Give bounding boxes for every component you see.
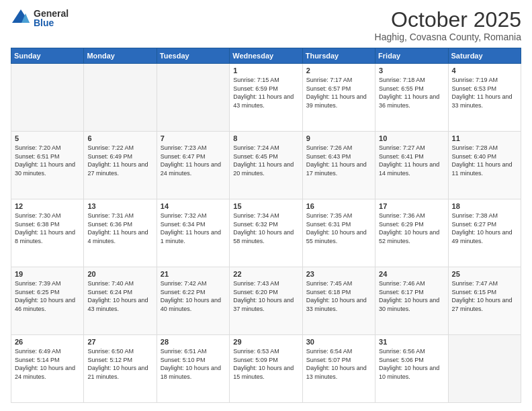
cell-w3-d3: 14Sunrise: 7:32 AMSunset: 6:34 PMDayligh…	[157, 199, 229, 267]
cell-w5-d3: 28Sunrise: 6:51 AMSunset: 5:10 PMDayligh…	[157, 335, 229, 403]
day-number-5: 5	[15, 134, 80, 142]
cell-w1-d1	[11, 64, 84, 132]
day-number-15: 15	[233, 202, 298, 210]
day-number-26: 26	[15, 338, 80, 346]
day-number-9: 9	[306, 134, 371, 142]
cell-w2-d3: 7Sunrise: 7:23 AMSunset: 6:47 PMDaylight…	[157, 132, 229, 199]
day-number-27: 27	[87, 338, 152, 346]
cell-w5-d1: 26Sunrise: 6:49 AMSunset: 5:14 PMDayligh…	[11, 335, 84, 403]
col-saturday: Saturday	[448, 48, 521, 64]
day-number-30: 30	[306, 338, 371, 346]
cell-w1-d4: 1Sunrise: 7:15 AMSunset: 6:59 PMDaylight…	[230, 64, 302, 132]
day-number-31: 31	[379, 338, 444, 346]
cell-w3-d5: 16Sunrise: 7:35 AMSunset: 6:31 PMDayligh…	[302, 199, 375, 267]
day-number-14: 14	[161, 202, 226, 210]
day-number-28: 28	[161, 338, 226, 346]
col-friday: Friday	[375, 48, 448, 64]
logo-icon	[11, 8, 31, 28]
title-area: October 2025 Haghig, Covasna County, Rom…	[375, 8, 521, 42]
cell-w5-d5: 30Sunrise: 6:54 AMSunset: 5:07 PMDayligh…	[302, 335, 375, 403]
day-info-15: Sunrise: 7:34 AMSunset: 6:32 PMDaylight:…	[233, 212, 298, 245]
cell-w4-d5: 23Sunrise: 7:45 AMSunset: 6:18 PMDayligh…	[302, 267, 375, 335]
cell-w2-d2: 6Sunrise: 7:22 AMSunset: 6:49 PMDaylight…	[84, 132, 157, 199]
day-number-8: 8	[233, 134, 298, 142]
day-number-17: 17	[379, 202, 444, 210]
day-info-4: Sunrise: 7:19 AMSunset: 6:53 PMDaylight:…	[452, 76, 517, 109]
day-info-5: Sunrise: 7:20 AMSunset: 6:51 PMDaylight:…	[15, 144, 80, 177]
day-info-13: Sunrise: 7:31 AMSunset: 6:36 PMDaylight:…	[87, 212, 152, 245]
day-info-27: Sunrise: 6:50 AMSunset: 5:12 PMDaylight:…	[87, 347, 152, 381]
calendar: Sunday Monday Tuesday Wednesday Thursday…	[11, 48, 521, 403]
day-number-10: 10	[379, 134, 444, 142]
cell-w3-d1: 12Sunrise: 7:30 AMSunset: 6:38 PMDayligh…	[11, 199, 84, 267]
day-info-24: Sunrise: 7:46 AMSunset: 6:17 PMDaylight:…	[379, 279, 444, 313]
location-title: Haghig, Covasna County, Romania	[375, 32, 521, 42]
day-info-28: Sunrise: 6:51 AMSunset: 5:10 PMDaylight:…	[161, 347, 226, 381]
day-info-20: Sunrise: 7:40 AMSunset: 6:24 PMDaylight:…	[87, 279, 152, 313]
day-number-4: 4	[452, 66, 517, 75]
cell-w3-d4: 15Sunrise: 7:34 AMSunset: 6:32 PMDayligh…	[230, 199, 302, 267]
week-row-3: 12Sunrise: 7:30 AMSunset: 6:38 PMDayligh…	[11, 199, 521, 267]
day-info-9: Sunrise: 7:26 AMSunset: 6:43 PMDaylight:…	[306, 144, 371, 177]
day-number-25: 25	[452, 270, 517, 278]
day-info-31: Sunrise: 6:56 AMSunset: 5:06 PMDaylight:…	[379, 347, 444, 381]
day-number-29: 29	[233, 338, 298, 346]
cell-w1-d2	[84, 64, 157, 132]
week-row-2: 5Sunrise: 7:20 AMSunset: 6:51 PMDaylight…	[11, 132, 521, 199]
day-info-2: Sunrise: 7:17 AMSunset: 6:57 PMDaylight:…	[306, 76, 371, 109]
day-info-7: Sunrise: 7:23 AMSunset: 6:47 PMDaylight:…	[161, 144, 226, 177]
cell-w5-d6: 31Sunrise: 6:56 AMSunset: 5:06 PMDayligh…	[375, 335, 448, 403]
cell-w5-d2: 27Sunrise: 6:50 AMSunset: 5:12 PMDayligh…	[84, 335, 157, 403]
cell-w1-d3	[157, 64, 229, 132]
logo-blue-text: Blue	[34, 18, 69, 28]
week-row-5: 26Sunrise: 6:49 AMSunset: 5:14 PMDayligh…	[11, 335, 521, 403]
cell-w4-d7: 25Sunrise: 7:47 AMSunset: 6:15 PMDayligh…	[448, 267, 521, 335]
cell-w2-d5: 9Sunrise: 7:26 AMSunset: 6:43 PMDaylight…	[302, 132, 375, 199]
day-info-26: Sunrise: 6:49 AMSunset: 5:14 PMDaylight:…	[15, 347, 80, 381]
day-info-23: Sunrise: 7:45 AMSunset: 6:18 PMDaylight:…	[306, 279, 371, 313]
cell-w1-d7: 4Sunrise: 7:19 AMSunset: 6:53 PMDaylight…	[448, 64, 521, 132]
cell-w2-d6: 10Sunrise: 7:27 AMSunset: 6:41 PMDayligh…	[375, 132, 448, 199]
day-info-18: Sunrise: 7:38 AMSunset: 6:27 PMDaylight:…	[452, 212, 517, 245]
cell-w3-d2: 13Sunrise: 7:31 AMSunset: 6:36 PMDayligh…	[84, 199, 157, 267]
day-info-10: Sunrise: 7:27 AMSunset: 6:41 PMDaylight:…	[379, 144, 444, 177]
cell-w4-d6: 24Sunrise: 7:46 AMSunset: 6:17 PMDayligh…	[375, 267, 448, 335]
cell-w3-d6: 17Sunrise: 7:36 AMSunset: 6:29 PMDayligh…	[375, 199, 448, 267]
day-info-29: Sunrise: 6:53 AMSunset: 5:09 PMDaylight:…	[233, 347, 298, 381]
day-number-12: 12	[15, 202, 80, 210]
day-info-30: Sunrise: 6:54 AMSunset: 5:07 PMDaylight:…	[306, 347, 371, 381]
day-info-12: Sunrise: 7:30 AMSunset: 6:38 PMDaylight:…	[15, 212, 80, 245]
day-number-21: 21	[161, 270, 226, 278]
day-info-21: Sunrise: 7:42 AMSunset: 6:22 PMDaylight:…	[161, 279, 226, 313]
week-row-1: 1Sunrise: 7:15 AMSunset: 6:59 PMDaylight…	[11, 64, 521, 132]
day-info-3: Sunrise: 7:18 AMSunset: 6:55 PMDaylight:…	[379, 76, 444, 109]
day-number-22: 22	[233, 270, 298, 278]
col-wednesday: Wednesday	[230, 48, 302, 64]
cell-w4-d2: 20Sunrise: 7:40 AMSunset: 6:24 PMDayligh…	[84, 267, 157, 335]
day-number-3: 3	[379, 66, 444, 75]
col-thursday: Thursday	[302, 48, 375, 64]
cell-w5-d4: 29Sunrise: 6:53 AMSunset: 5:09 PMDayligh…	[230, 335, 302, 403]
day-info-17: Sunrise: 7:36 AMSunset: 6:29 PMDaylight:…	[379, 212, 444, 245]
day-number-2: 2	[306, 66, 371, 75]
day-number-24: 24	[379, 270, 444, 278]
day-number-16: 16	[306, 202, 371, 210]
day-info-1: Sunrise: 7:15 AMSunset: 6:59 PMDaylight:…	[233, 76, 298, 109]
col-sunday: Sunday	[11, 48, 84, 64]
day-number-23: 23	[306, 270, 371, 278]
col-tuesday: Tuesday	[157, 48, 229, 64]
calendar-header-row: Sunday Monday Tuesday Wednesday Thursday…	[11, 48, 521, 64]
day-number-1: 1	[233, 66, 298, 75]
week-row-4: 19Sunrise: 7:39 AMSunset: 6:25 PMDayligh…	[11, 267, 521, 335]
day-info-16: Sunrise: 7:35 AMSunset: 6:31 PMDaylight:…	[306, 212, 371, 245]
day-info-19: Sunrise: 7:39 AMSunset: 6:25 PMDaylight:…	[15, 279, 80, 313]
day-info-8: Sunrise: 7:24 AMSunset: 6:45 PMDaylight:…	[233, 144, 298, 177]
cell-w2-d7: 11Sunrise: 7:28 AMSunset: 6:40 PMDayligh…	[448, 132, 521, 199]
day-info-22: Sunrise: 7:43 AMSunset: 6:20 PMDaylight:…	[233, 279, 298, 313]
day-info-14: Sunrise: 7:32 AMSunset: 6:34 PMDaylight:…	[161, 212, 226, 245]
logo-text: General Blue	[34, 9, 69, 28]
day-number-19: 19	[15, 270, 80, 278]
day-number-13: 13	[87, 202, 152, 210]
day-number-7: 7	[161, 134, 226, 142]
day-number-6: 6	[87, 134, 152, 142]
